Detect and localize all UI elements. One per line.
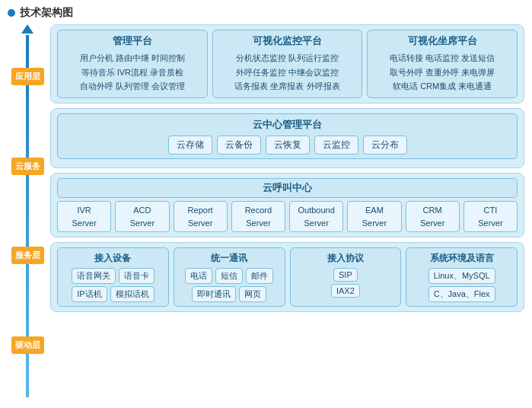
cloud-layer-badge: 云服务 [11,158,44,175]
server-item-3: Record Server [231,201,285,232]
access-protocol-item-1: IAX2 [331,284,360,298]
unified-comm-title: 统一通讯 [179,252,280,265]
title-dot [8,9,15,17]
server-item-1: ACD Server [115,201,169,232]
sys-env-title: 系统环境及语言 [411,252,512,265]
vm-line1: 分机状态监控 队列运行监控 [219,51,356,65]
cloud-item-4: 云分布 [363,135,407,155]
server-1-line2: Server [119,217,164,230]
server-item-7: CTI Server [464,201,518,232]
vs-line1: 电话转接 电话监控 发送短信 [374,51,511,65]
access-protocol-row2: IAX2 [295,284,397,298]
access-protocol-row1: SIP [295,268,397,282]
sys-env-row1: Linux、MySQL [411,268,512,284]
cloud-center-box: 云中心管理平台 云存储 云备份 云恢复 云监控 云分布 [57,113,518,159]
server-7-line1: CTI [468,204,513,217]
cloud-item-0: 云存储 [168,135,212,155]
app-platforms: 管理平台 用户分机 路由中继 时间控制 等待音乐 IVR流程 录音质检 自动外呼… [57,30,518,98]
server-0-line1: IVR [62,204,107,217]
access-device-item-2: IP话机 [72,286,107,302]
access-device-row2: IP话机 模拟话机 [62,286,164,302]
sys-env-item-1: C、Java、Flex [428,286,495,302]
driver-inner: 接入设备 语音网关 语音卡 IP话机 模拟话机 统一通讯 电 [57,247,518,307]
service-inner: 云呼叫中心 IVR Server ACD Server Report [57,178,518,232]
server-items: IVR Server ACD Server Report Server Re [57,201,518,232]
sys-env-item-0: Linux、MySQL [428,268,495,284]
visual-seat-title: 可视化坐席平台 [374,34,511,48]
driver-layer-badge: 驱动层 [11,336,44,354]
access-protocol-box: 接入协议 SIP IAX2 [290,247,402,307]
server-item-0: IVR Server [57,201,111,232]
cloud-item-1: 云备份 [217,135,261,155]
service-layer-badge: 服务层 [11,247,44,264]
server-item-2: Report Server [174,201,228,232]
cloud-layer-section: 云中心管理平台 云存储 云备份 云恢复 云监控 云分布 [50,108,524,168]
unified-comm-item-4: 网页 [239,286,266,302]
page-container: 技术架构图 应用层 云服务 服务层 驱动层 管理平台 [0,0,532,408]
cloud-item-2: 云恢复 [266,135,310,155]
unified-comm-item-1: 短信 [215,268,243,284]
access-device-item-1: 语音卡 [119,268,155,284]
visual-monitor-title: 可视化监控平台 [219,34,356,48]
server-1-line1: ACD [119,204,164,217]
unified-comm-row1: 电话 短信 邮件 [179,268,280,284]
mgmt-line3: 自动外呼 队列管理 会议管理 [64,79,201,94]
server-3-line2: Server [236,217,281,230]
vs-line3: 软电话 CRM集成 来电通通 [374,79,511,94]
visual-seat-platform-box: 可视化坐席平台 电话转接 电话监控 发送短信 取号外呼 查重外呼 来电弹屏 软电… [367,30,518,98]
access-device-box: 接入设备 语音网关 语音卡 IP话机 模拟话机 [57,247,169,307]
visual-monitor-content: 分机状态监控 队列运行监控 外呼任务监控 中继会议监控 话务报表 坐席报表 外呼… [219,51,356,94]
server-6-line1: CRM [410,204,455,217]
call-center-title-box: 云呼叫中心 [57,178,518,198]
driver-layer-section: 接入设备 语音网关 语音卡 IP话机 模拟话机 统一通讯 电 [50,242,524,312]
mgmt-platform-title: 管理平台 [64,34,201,48]
unified-comm-box: 统一通讯 电话 短信 邮件 即时通讯 网页 [174,247,285,307]
server-item-6: CRM Server [406,201,460,232]
visual-seat-content: 电话转接 电话监控 发送短信 取号外呼 查重外呼 来电弹屏 软电话 CRM集成 … [374,51,511,94]
access-device-item-3: 模拟话机 [110,286,155,302]
mgmt-platform-content: 用户分机 路由中继 时间控制 等待音乐 IVR流程 录音质检 自动外呼 队列管理… [64,51,201,94]
server-3-line1: Record [236,204,281,217]
unified-comm-item-0: 电话 [185,268,212,284]
mgmt-line1: 用户分机 路由中继 时间控制 [64,51,201,65]
sys-env-row2: C、Java、Flex [411,286,512,302]
vs-line2: 取号外呼 查重外呼 来电弹屏 [374,65,511,80]
server-5-line1: EAM [352,204,397,217]
server-item-5: EAM Server [347,201,401,232]
mgmt-line2: 等待音乐 IVR流程 录音质检 [64,65,201,80]
server-7-line2: Server [468,217,513,230]
arch-container: 应用层 云服务 服务层 驱动层 管理平台 用户分机 路由中继 时间控制 等待音乐… [8,24,524,397]
call-center-title: 云呼叫中心 [263,182,312,193]
server-4-line1: Outbound [294,204,339,217]
access-device-title: 接入设备 [62,252,164,265]
page-title: 技术架构图 [20,6,73,20]
app-layer-badge: 应用层 [11,68,44,85]
sys-env-box: 系统环境及语言 Linux、MySQL C、Java、Flex [406,247,518,307]
mgmt-platform-box: 管理平台 用户分机 路由中继 时间控制 等待音乐 IVR流程 录音质检 自动外呼… [57,30,208,98]
cloud-item-3: 云监控 [314,135,358,155]
access-device-row1: 语音网关 语音卡 [62,268,164,284]
service-layer-section: 云呼叫中心 IVR Server ACD Server Report [50,173,524,237]
vm-line3: 话务报表 坐席报表 外呼报表 [219,79,356,94]
server-4-line2: Server [294,217,339,230]
unified-comm-item-3: 即时通讯 [192,286,236,302]
server-item-4: Outbound Server [289,201,343,232]
visual-monitor-platform-box: 可视化监控平台 分机状态监控 队列运行监控 外呼任务监控 中继会议监控 话务报表… [212,30,363,98]
left-panel: 应用层 云服务 服务层 驱动层 [8,24,47,397]
cloud-center-title: 云中心管理平台 [64,118,511,132]
server-0-line2: Server [62,217,107,230]
server-5-line2: Server [352,217,397,230]
server-2-line1: Report [178,204,223,217]
app-layer-section: 管理平台 用户分机 路由中继 时间控制 等待音乐 IVR流程 录音质检 自动外呼… [50,24,524,104]
cloud-items: 云存储 云备份 云恢复 云监控 云分布 [64,135,511,155]
access-protocol-item-0: SIP [333,268,358,282]
server-2-line2: Server [178,217,223,230]
vm-line2: 外呼任务监控 中继会议监控 [219,65,356,80]
server-6-line2: Server [410,217,455,230]
main-content: 管理平台 用户分机 路由中继 时间控制 等待音乐 IVR流程 录音质检 自动外呼… [50,24,524,397]
unified-comm-item-2: 邮件 [246,268,273,284]
layer-labels: 应用层 云服务 服务层 驱动层 [8,24,47,397]
title-row: 技术架构图 [8,6,524,20]
unified-comm-row2: 即时通讯 网页 [179,286,280,302]
access-protocol-title: 接入协议 [295,252,397,265]
